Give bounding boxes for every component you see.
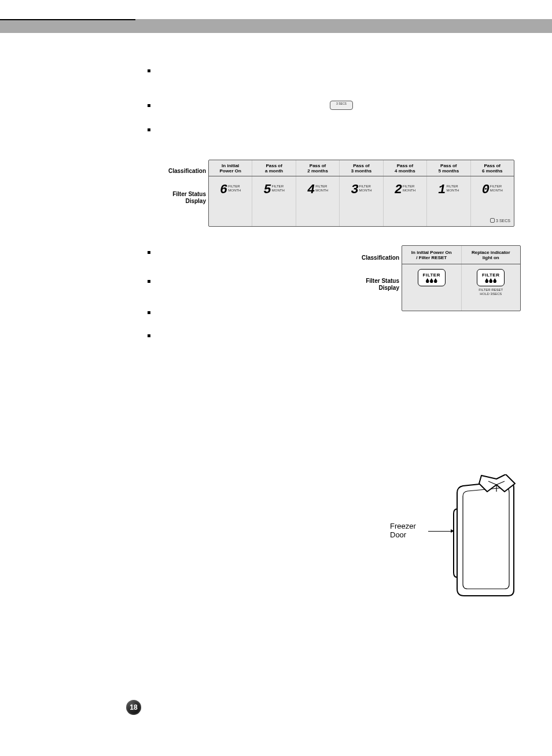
filter-status-box-type2: In initial Power On/ Filter RESET Replac… [402, 245, 521, 311]
page-number: 18 [130, 703, 137, 711]
filter-indicator-text: FILTER [482, 272, 499, 278]
table1-body-cell: 2 FILTERMONTH [384, 176, 427, 226]
filter-month-label: FILTERMONTH [315, 185, 328, 193]
table1-body-cell: 6 FILTERMONTH [209, 176, 252, 226]
freezer-door-figure: Freezer Door [391, 474, 524, 607]
filter-month-label: FILTERMONTH [490, 185, 503, 193]
filter-month-digit: 4 [307, 185, 314, 196]
bullet-icon [148, 69, 150, 72]
hand-press-icon [490, 218, 495, 223]
reset-hint-text: 3 SECS [496, 219, 510, 223]
table1-header-row: In initialPower On Pass ofa month Pass o… [209, 160, 514, 176]
filter-month-digit: 2 [395, 185, 402, 196]
filter-month-label: FILTERMONTH [228, 185, 241, 193]
table1-body-cell: 3 FILTERMONTH [340, 176, 383, 226]
table1-header-cell: Pass of3 months [340, 160, 383, 176]
table1-header-cell: Pass of6 months [471, 160, 514, 176]
table1-header-cell: Pass ofa month [252, 160, 296, 176]
drop-icon [485, 278, 488, 283]
bullet-icon [148, 334, 150, 337]
label-filter-status-display: Filter Status Display [366, 278, 399, 292]
filter-month-digit: 6 [220, 185, 227, 196]
table1-body-cell: 5 FILTERMONTH [252, 176, 296, 226]
table2-body-cell: FILTER [402, 264, 462, 311]
filter-indicator-text: FILTER [423, 272, 440, 278]
filter-month-digit: 5 [264, 185, 271, 196]
table1-body-cell: 4 FILTERMONTH [296, 176, 340, 226]
filter-month-label: FILTERMONTH [359, 185, 372, 193]
page-number-badge: 18 [126, 700, 141, 715]
bullet-icon [148, 104, 150, 107]
label-filter-status-display: Filter Status Display [172, 191, 206, 205]
table1-header-cell: In initialPower On [209, 160, 252, 176]
label-classification: Classification [168, 168, 206, 174]
filter-status-box: In initialPower On Pass ofa month Pass o… [208, 160, 514, 227]
header-bar [0, 19, 552, 33]
drop-icon [489, 278, 492, 283]
filter-reset-caption: FILTER RESET HOLD 3SECS [479, 288, 503, 296]
table1-header-cell: Pass of4 months [384, 160, 427, 176]
table2-header-cell: Replace indicatorlight on [462, 246, 521, 264]
label-fsd-line1: Filter Status [172, 191, 206, 197]
table2-body-row: FILTER FILTER [402, 264, 520, 311]
bullet-icon [148, 251, 150, 254]
filter-month-digit: 1 [438, 185, 445, 196]
bullet-icon [148, 128, 150, 131]
table2-header-cell: In initial Power On/ Filter RESET [402, 246, 462, 264]
freezer-door-label: Freezer Door [390, 522, 416, 539]
table2-body-cell: FILTER FILTER RESET HOLD 3SECS [462, 264, 521, 311]
filter-month-label: FILTERMONTH [403, 185, 415, 193]
freezer-door-drawing [447, 474, 524, 602]
drop-icon [493, 278, 496, 283]
filter-status-table-type2: Classification Filter Status Display In … [359, 245, 521, 311]
water-drops-icon [426, 278, 437, 283]
drop-icon [434, 278, 437, 283]
header-rule [0, 19, 135, 20]
drop-icon [430, 278, 433, 283]
filter-indicator-icon: FILTER [418, 269, 446, 286]
table1-body-cell: 0 FILTERMONTH 3 SECS [471, 176, 514, 226]
drop-icon [426, 278, 429, 283]
label-fsd-line2: Display [185, 198, 206, 204]
table1-body-cell: 1 FILTERMONTH [427, 176, 470, 226]
bullet-icon [148, 280, 150, 283]
label-classification: Classification [362, 255, 399, 261]
water-drops-icon [485, 278, 496, 283]
table2-header-row: In initial Power On/ Filter RESET Replac… [402, 246, 520, 264]
bullet-icon [148, 311, 150, 314]
filter-month-label: FILTERMONTH [446, 185, 459, 193]
table1-body-row: 6 FILTERMONTH 5 FILTERMONTH 4 FILTERMONT… [209, 176, 514, 226]
filter-month-digit: 3 [351, 185, 358, 196]
table1-header-cell: Pass of2 months [296, 160, 340, 176]
reset-hint: 3 SECS [490, 218, 510, 223]
filter-status-table-type1: Classification Filter Status Display In … [153, 160, 514, 227]
filter-month-label: FILTERMONTH [272, 185, 285, 193]
reset-badge-mini: 3 SECS [330, 101, 353, 110]
table1-header-cell: Pass of5 months [427, 160, 470, 176]
filter-month-digit: 0 [482, 185, 489, 196]
filter-indicator-icon: FILTER [477, 269, 505, 286]
reset-badge-mini-text: 3 SECS [336, 102, 347, 105]
